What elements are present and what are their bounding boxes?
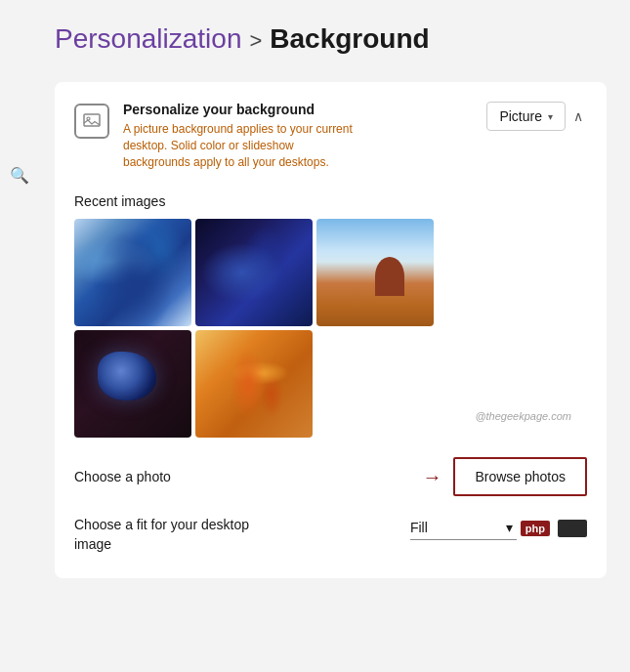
arrow-right-icon: → xyxy=(422,466,441,488)
background-type-dropdown[interactable]: Picture ▾ xyxy=(486,102,566,131)
choose-photo-row: Choose a photo → Browse photos xyxy=(74,457,587,496)
main-content: Personalization > Background Per xyxy=(39,0,630,672)
browse-photos-button[interactable]: Browse photos xyxy=(453,457,587,496)
collapse-icon[interactable]: ∧ xyxy=(569,105,587,128)
dropdown-value: Picture xyxy=(499,108,542,124)
search-icon[interactable]: 🔍 xyxy=(10,166,29,185)
breadcrumb-background: Background xyxy=(270,23,429,55)
page-header: Personalization > Background xyxy=(55,23,607,55)
php-badge: php xyxy=(521,521,550,536)
personalize-left: Personalize your background A picture ba… xyxy=(74,102,357,170)
desktop-fit-dropdown[interactable]: Fill ▾ xyxy=(410,516,517,540)
recent-image-4[interactable] xyxy=(74,330,191,438)
watermark: @thegeekpage.com xyxy=(475,410,571,422)
choose-photo-label: Choose a photo xyxy=(74,469,171,484)
personalize-text-block: Personalize your background A picture ba… xyxy=(123,102,357,170)
recent-images-label: Recent images xyxy=(74,193,587,209)
recent-image-3[interactable] xyxy=(316,219,434,326)
background-icon xyxy=(74,104,109,139)
sidebar: 🔍 xyxy=(0,0,39,672)
svg-point-1 xyxy=(87,117,90,120)
choose-fit-label: Choose a fit for your desktop image xyxy=(74,516,250,554)
personalize-row: Personalize your background A picture ba… xyxy=(74,102,587,170)
breadcrumb-personalization[interactable]: Personalization xyxy=(55,23,241,55)
choose-fit-row: Choose a fit for your desktop image Fill… xyxy=(74,516,587,554)
dark-bar xyxy=(558,520,587,537)
fill-value: Fill xyxy=(410,520,428,535)
images-grid xyxy=(74,219,587,438)
dropdown-row: Picture ▾ ∧ xyxy=(486,102,587,131)
recent-image-1[interactable] xyxy=(74,219,191,326)
breadcrumb-separator: > xyxy=(249,28,262,54)
choose-photo-right: → Browse photos xyxy=(422,457,587,496)
personalize-desc: A picture background applies to your cur… xyxy=(123,121,357,170)
images-container: @thegeekpage.com xyxy=(74,219,587,438)
section-card: Personalize your background A picture ba… xyxy=(55,82,607,578)
recent-image-2[interactable] xyxy=(195,219,313,326)
personalize-title: Personalize your background xyxy=(123,102,357,117)
recent-image-5[interactable] xyxy=(195,330,313,438)
chevron-down-icon: ▾ xyxy=(548,111,553,122)
fill-chevron-down-icon: ▾ xyxy=(506,520,513,535)
